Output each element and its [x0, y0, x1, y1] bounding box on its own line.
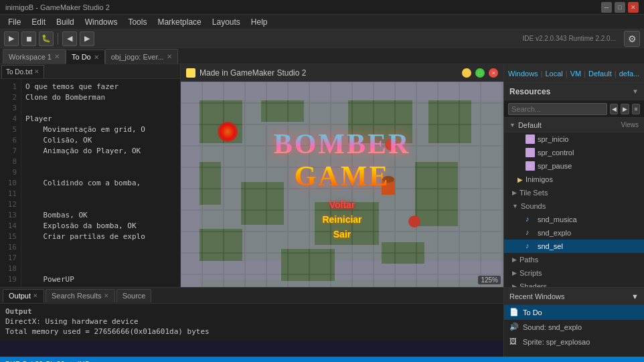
game-close-button[interactable]: ✕ — [489, 68, 498, 78]
shaders-header[interactable]: ▶ Shaders — [504, 280, 644, 287]
sounds-header[interactable]: ▼ Sounds — [504, 199, 644, 213]
maximize-button[interactable]: □ — [615, 2, 625, 13]
sounds-label: Sounds — [521, 202, 546, 210]
code-line-16 — [25, 242, 176, 253]
default-link[interactable]: Default — [588, 70, 612, 78]
game-minimize-button[interactable]: ─ — [462, 68, 471, 78]
tree-item-inimigos[interactable]: ▶ Inimigos — [504, 173, 644, 186]
minimize-button[interactable]: ─ — [601, 2, 612, 13]
stop-button[interactable]: ⏹ — [21, 31, 36, 46]
code-line-10: Colidindo com a bomba, — [25, 178, 176, 189]
run-button[interactable]: ▶ — [4, 31, 19, 46]
defa-link[interactable]: defa... — [619, 70, 640, 78]
close-button[interactable]: ✕ — [628, 2, 639, 13]
obj-tab[interactable]: obj_jogo: Ever... ✕ — [105, 49, 178, 64]
tilesets-header[interactable]: ▶ Tile Sets — [504, 186, 644, 199]
vm-link[interactable]: VM — [570, 70, 582, 78]
paths-header[interactable]: ▶ Paths — [504, 253, 644, 266]
obj-tab-label: obj_jogo: Ever... — [111, 53, 164, 61]
sprite-icon: □ — [526, 134, 535, 144]
bottom-tabs: Output ✕ Search Results ✕ Source — [0, 288, 503, 304]
code-text[interactable]: O que temos que fazer Clone do Bomberman… — [21, 79, 180, 287]
output-tab[interactable]: Output ✕ — [3, 289, 44, 302]
game-maximize-button[interactable]: □ — [475, 68, 485, 78]
bottom-area: Output ✕ Search Results ✕ Source Output … — [0, 287, 644, 357]
resources-chevron[interactable]: ▼ — [632, 88, 639, 95]
back-button[interactable]: ◀ — [62, 31, 77, 46]
menu-marketplace[interactable]: Marketplace — [152, 16, 206, 28]
todo-tab[interactable]: To Do ✕ — [66, 50, 105, 64]
resources-panel: Resources ▼ ◀ ▶ ≡ ▼ Default Views □ — [504, 83, 644, 287]
default-group-header[interactable]: ▼ Default Views — [504, 118, 644, 132]
output-tab-close[interactable]: ✕ — [33, 292, 38, 299]
tree-item-label: spr_inicio — [538, 135, 568, 143]
code-editor: To Do.txt ✕ 12345 678910 1112131415 1617… — [0, 64, 181, 287]
tree-item-label: snd_musica — [538, 215, 577, 223]
svg-rect-14 — [428, 100, 471, 143]
recent-todo-icon: 📄 — [509, 308, 519, 317]
tree-item-snd-sel[interactable]: ♪ snd_sel — [504, 240, 644, 253]
code-line-5: Movimentação em grid, O — [25, 124, 176, 135]
code-line-13: Bombas, OK — [25, 210, 176, 221]
settings-button[interactable]: ⚙ — [624, 31, 640, 47]
search-menu-button[interactable]: ≡ — [632, 104, 640, 114]
code-line-18 — [25, 264, 176, 274]
svg-rect-20 — [281, 249, 335, 281]
search-next-button[interactable]: ▶ — [621, 104, 629, 114]
menu-windows[interactable]: Windows — [80, 16, 123, 28]
menu-voltar[interactable]: Voltar — [262, 197, 423, 212]
sound-icon: ♪ — [526, 242, 535, 251]
views-button[interactable]: Views — [621, 121, 639, 128]
editor-file-tab[interactable]: To Do.txt ✕ — [1, 65, 44, 78]
menu-build[interactable]: Build — [51, 16, 80, 28]
tree-item-label: spr_control — [538, 149, 574, 157]
debug-button[interactable]: 🐛 — [39, 31, 54, 46]
search-results-tab[interactable]: Search Results ✕ — [46, 289, 115, 302]
workspace-tab[interactable]: Workspace 1 ✕ — [3, 49, 66, 64]
tree-item-label: snd_explo — [538, 229, 571, 237]
local-link[interactable]: Local — [545, 70, 562, 78]
obj-tab-close[interactable]: ✕ — [167, 53, 172, 60]
window-controls: ─ □ ✕ — [601, 2, 639, 13]
tree-item-spr-pause[interactable]: □ spr_pause — [504, 159, 644, 173]
sound-icon: ♪ — [526, 215, 535, 224]
code-line-1: O que temos que fazer — [25, 82, 176, 92]
shaders-label: Shaders — [519, 282, 547, 287]
search-tab-close[interactable]: ✕ — [104, 292, 109, 299]
search-input[interactable] — [508, 103, 607, 115]
tree-item-snd-musica[interactable]: ♪ snd_musica — [504, 213, 644, 226]
menu-help[interactable]: Help — [246, 16, 273, 28]
tree-item-snd-explo[interactable]: ♪ snd_explo — [504, 226, 644, 240]
todo-tab-close[interactable]: ✕ — [94, 54, 99, 61]
ide-version: IDE v2.2.0.343 Runtime 2.2.0... — [522, 35, 621, 42]
tree-item-spr-control[interactable]: □ spr_control — [504, 146, 644, 159]
windows-link[interactable]: Windows — [508, 70, 538, 78]
svg-rect-15 — [199, 162, 221, 205]
game-menu: Voltar Reiniciar Sair — [262, 197, 423, 242]
recent-sprite-icon: 🖼 — [509, 337, 519, 347]
menu-sair[interactable]: Sair — [262, 227, 423, 242]
recent-todo[interactable]: 📄 To Do — [504, 305, 644, 320]
folder-icon: ▶ — [517, 176, 523, 183]
game-overlay: BOMBER GAME Voltar Reiniciar Sair — [262, 128, 423, 242]
recent-sprite-label: Sprite: spr_explosao — [523, 338, 590, 346]
todo-tab-label: To Do — [72, 53, 91, 61]
menu-edit[interactable]: Edit — [26, 16, 51, 28]
menu-file[interactable]: File — [3, 16, 26, 28]
game-canvas: BOMBER GAME Voltar Reiniciar Sair 125% — [181, 82, 503, 287]
menu-reiniciar[interactable]: Reiniciar — [262, 212, 423, 227]
tree-item-spr-inicio[interactable]: □ spr_inicio — [504, 132, 644, 146]
game-window: Made in GameMaker Studio 2 ─ □ ✕ — [181, 64, 503, 287]
scripts-header[interactable]: ▶ Scripts — [504, 266, 644, 280]
menu-layouts[interactable]: Layouts — [207, 16, 246, 28]
recent-snd-explo[interactable]: 🔊 Sound: snd_explo — [504, 320, 644, 335]
menu-tools[interactable]: Tools — [123, 16, 152, 28]
search-prev-button[interactable]: ◀ — [610, 104, 618, 114]
editor-tab-close[interactable]: ✕ — [34, 68, 39, 75]
forward-button[interactable]: ▶ — [80, 31, 94, 46]
source-tab[interactable]: Source — [116, 289, 152, 302]
code-line-2: Clone do Bomberman — [25, 92, 176, 103]
toolbar-separator — [58, 33, 58, 45]
workspace-tab-close[interactable]: ✕ — [54, 53, 60, 60]
recent-sprite[interactable]: 🖼 Sprite: spr_explosao — [504, 335, 644, 349]
